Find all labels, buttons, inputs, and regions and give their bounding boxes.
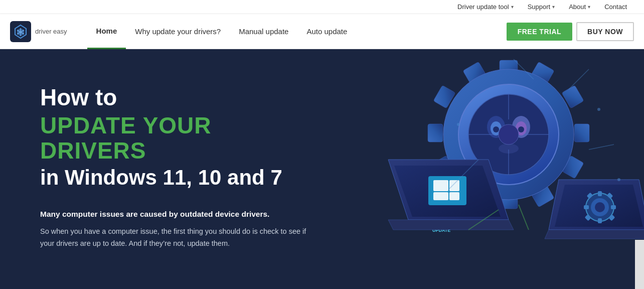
- buy-now-button[interactable]: BUY NOW: [576, 22, 634, 41]
- topbar-driver-update-tool-label: Driver update tool: [457, 3, 509, 11]
- svg-point-23: [499, 124, 519, 144]
- svg-rect-44: [598, 218, 602, 223]
- logo-text: driver easy: [35, 28, 67, 36]
- svg-rect-43: [598, 191, 602, 196]
- chevron-down-icon: ▾: [588, 4, 590, 10]
- hero-illustration: WINDOWS UPDATE: [341, 49, 644, 289]
- svg-point-20: [493, 126, 499, 132]
- hero-svg: WINDOWS UPDATE: [358, 49, 644, 289]
- chevron-down-icon: ▾: [552, 4, 555, 10]
- logo[interactable]: driver easy: [10, 21, 67, 42]
- svg-rect-4: [574, 124, 589, 142]
- nav-why-update[interactable]: Why update your drivers?: [126, 14, 230, 49]
- main-nav: driver easy Home Why update your drivers…: [0, 14, 644, 49]
- hero-section: How to UPDATE YOUR DRIVERS in Windows 11…: [0, 49, 644, 289]
- svg-line-54: [569, 69, 589, 89]
- hero-line1: How to: [40, 84, 311, 111]
- nav-buttons: FREE TRIAL BUY NOW: [507, 22, 634, 41]
- svg-rect-46: [611, 205, 616, 209]
- svg-marker-51: [545, 230, 644, 239]
- svg-marker-37: [388, 220, 514, 230]
- topbar-contact[interactable]: Contact: [597, 0, 634, 14]
- svg-point-57: [597, 108, 600, 111]
- svg-line-60: [519, 205, 529, 230]
- nav-auto-update[interactable]: Auto update: [297, 14, 356, 49]
- topbar-contact-label: Contact: [604, 3, 627, 11]
- chevron-down-icon: ▾: [511, 4, 514, 10]
- svg-point-21: [518, 126, 524, 132]
- free-trial-button[interactable]: FREE TRIAL: [507, 23, 572, 41]
- nav-manual-update[interactable]: Manual update: [230, 14, 297, 49]
- topbar-about-label: About: [569, 3, 586, 11]
- svg-rect-33: [433, 192, 448, 200]
- nav-links: Home Why update your drivers? Manual upd…: [87, 14, 507, 49]
- svg-point-58: [617, 178, 620, 181]
- svg-rect-31: [433, 180, 448, 191]
- svg-rect-32: [449, 180, 459, 191]
- hero-line2: UPDATE YOUR DRIVERS: [40, 113, 311, 164]
- logo-icon: [10, 21, 31, 42]
- svg-rect-34: [449, 192, 459, 200]
- svg-line-55: [589, 144, 614, 150]
- svg-point-56: [457, 123, 460, 126]
- nav-home[interactable]: Home: [87, 14, 126, 49]
- hero-subheading: Many computer issues are caused by outda…: [40, 210, 311, 219]
- scroll-indicator[interactable]: [635, 240, 644, 289]
- topbar-about[interactable]: About ▾: [562, 0, 597, 14]
- hero-body: So when you have a computer issue, the f…: [40, 226, 311, 250]
- svg-rect-45: [584, 205, 589, 209]
- topbar-driver-update-tool[interactable]: Driver update tool ▾: [450, 0, 521, 14]
- svg-point-42: [595, 202, 605, 212]
- hero-content: How to UPDATE YOUR DRIVERS in Windows 11…: [0, 49, 341, 289]
- top-bar: Driver update tool ▾ Support ▾ About ▾ C…: [0, 0, 644, 14]
- topbar-support[interactable]: Support ▾: [521, 0, 562, 14]
- topbar-support-label: Support: [528, 3, 551, 11]
- hero-line3: in Windows 11, 10 and 7: [40, 166, 311, 190]
- svg-rect-10: [428, 124, 443, 142]
